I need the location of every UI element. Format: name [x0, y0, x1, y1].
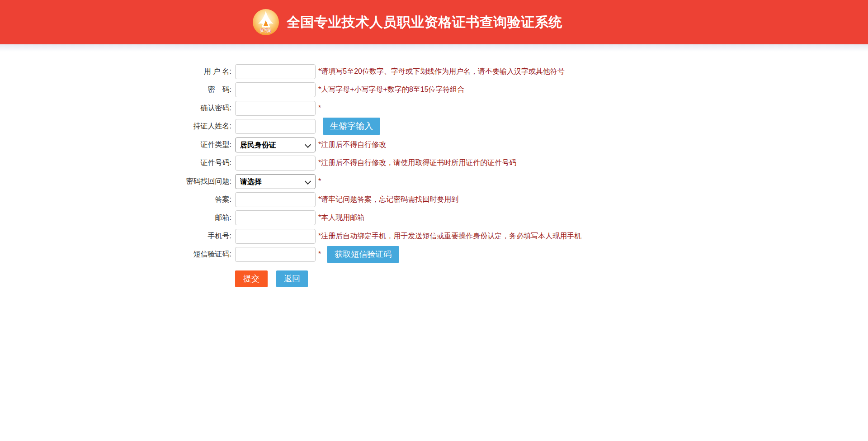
answer-input[interactable] — [235, 192, 316, 207]
username-row: 用 户 名:*请填写5至20位数字、字母或下划线作为用户名，请不要输入汉字或其他… — [0, 64, 868, 79]
rare-character-input-button[interactable]: 生僻字输入 — [323, 118, 380, 135]
password-row: 密 码:*大写字母+小写字母+数字的8至15位字符组合 — [0, 82, 868, 97]
mobile-hint: *注册后自动绑定手机，用于发送短信或重要操作身份认定，务必填写本人现用手机 — [318, 232, 581, 241]
security-question-hint: * — [318, 177, 321, 185]
answer-row: 答案:*请牢记问题答案，忘记密码需找回时要用到 — [0, 192, 868, 207]
email-input[interactable] — [235, 210, 316, 225]
security-question-select-wrap: 请选择 — [235, 174, 316, 189]
mobile-input[interactable] — [235, 229, 316, 244]
id-number-row: 证件号码:*注册后不得自行修改，请使用取得证书时所用证件的证件号码 — [0, 155, 868, 171]
submit-button[interactable]: 提交 — [235, 270, 268, 287]
answer-label: 答案: — [0, 195, 231, 204]
sms-code-hint: * — [318, 250, 321, 258]
username-input[interactable] — [235, 64, 316, 79]
id-number-hint: *注册后不得自行修改，请使用取得证书时所用证件的证件号码 — [318, 158, 516, 168]
registration-form: 提交 返回 用 户 名:*请填写5至20位数字、字母或下划线作为用户名，请不要输… — [0, 0, 868, 441]
sms-code-label: 短信验证码: — [0, 250, 231, 259]
mobile-row: 手机号:*注册后自动绑定手机，用于发送短信或重要操作身份认定，务必填写本人现用手… — [0, 228, 868, 244]
answer-hint: *请牢记问题答案，忘记密码需找回时要用到 — [318, 195, 458, 204]
holder-name-input[interactable] — [235, 119, 316, 134]
holder-name-label: 持证人姓名: — [0, 122, 231, 131]
holder-name-row: 持证人姓名:生僻字输入 — [0, 119, 868, 134]
email-row: 邮箱:*本人现用邮箱 — [0, 210, 868, 225]
security-question-select[interactable]: 请选择 — [235, 174, 316, 189]
confirm-password-label: 确认密码: — [0, 104, 231, 113]
id-type-row: 证件类型:居民身份证*注册后不得自行修改 — [0, 137, 868, 152]
get-sms-code-button[interactable]: 获取短信验证码 — [327, 246, 399, 263]
id-number-label: 证件号码: — [0, 158, 231, 168]
sms-code-input[interactable] — [235, 247, 316, 262]
password-hint: *大写字母+小写字母+数字的8至15位字符组合 — [318, 85, 465, 95]
page: { "colors": { "header_bg": "#ed4134", "t… — [0, 0, 868, 441]
form-actions: 提交 返回 — [235, 271, 868, 286]
email-hint: *本人现用邮箱 — [318, 213, 364, 223]
username-hint: *请填写5至20位数字、字母或下划线作为用户名，请不要输入汉字或其他符号 — [318, 67, 565, 76]
id-number-input[interactable] — [235, 156, 316, 171]
confirm-password-hint: * — [318, 104, 321, 112]
id-type-hint: *注册后不得自行修改 — [318, 140, 386, 150]
email-label: 邮箱: — [0, 213, 231, 223]
id-type-select-wrap: 居民身份证 — [235, 138, 316, 152]
mobile-label: 手机号: — [0, 232, 231, 241]
back-button[interactable]: 返回 — [276, 270, 308, 287]
security-question-label: 密码找回问题: — [0, 177, 231, 186]
security-question-row: 密码找回问题:请选择* — [0, 174, 868, 189]
confirm-password-input[interactable] — [235, 101, 316, 116]
password-input[interactable] — [235, 82, 316, 97]
username-label: 用 户 名: — [0, 67, 231, 76]
confirm-password-row: 确认密码:* — [0, 100, 868, 116]
password-label: 密 码: — [0, 85, 231, 95]
id-type-select[interactable]: 居民身份证 — [235, 138, 316, 152]
sms-code-row: 短信验证码:*获取短信验证码 — [0, 247, 868, 262]
id-type-label: 证件类型: — [0, 140, 231, 150]
